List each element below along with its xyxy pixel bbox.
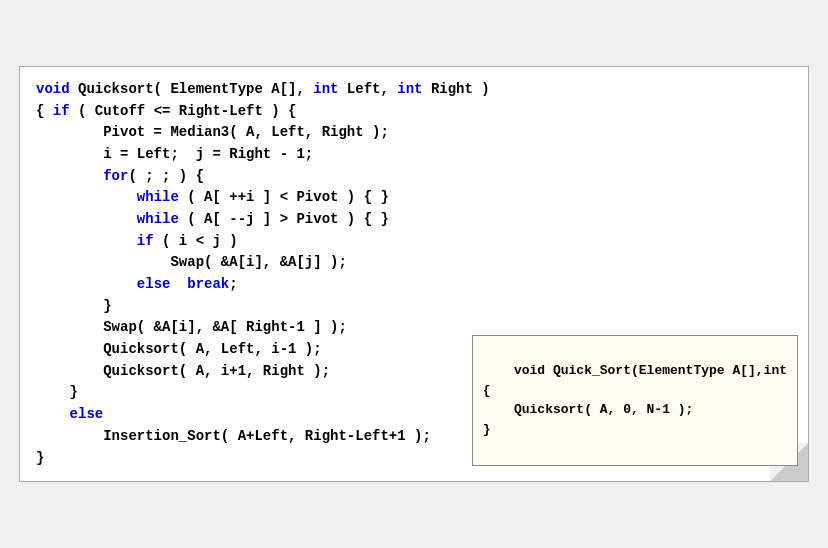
code-text-9: Swap( &A[i], &A[j] ); [36, 254, 347, 270]
kw-if-1: if [53, 103, 70, 119]
code-line-4: i = Left; j = Right - 1; [36, 144, 792, 166]
code-text-1c: Right ) [423, 81, 490, 97]
kw-if-2: if [137, 233, 154, 249]
code-text-11: } [36, 298, 112, 314]
code-text-15: } [36, 384, 78, 400]
tooltip-line4: } [483, 422, 491, 437]
kw-else-2: else [70, 406, 104, 422]
code-text-8b: ( i < j ) [154, 233, 238, 249]
code-text-10b [170, 276, 187, 292]
kw-int-1: int [313, 81, 338, 97]
code-text-4: i = Left; j = Right - 1; [36, 146, 313, 162]
code-line-2: { if ( Cutoff <= Right-Left ) { [36, 101, 792, 123]
code-line-7: while ( A[ --j ] > Pivot ) { } [36, 209, 792, 231]
code-text-6b: ( A[ ++i ] < Pivot ) { } [179, 189, 389, 205]
kw-while-1: while [137, 189, 179, 205]
code-text-2b: ( Cutoff <= Right-Left ) { [70, 103, 297, 119]
tooltip-popup: void Quick_Sort(ElementType A[],int { Qu… [472, 335, 798, 466]
code-text-3: Pivot = Median3( A, Left, Right ); [36, 124, 389, 140]
tooltip-line1: void Quick_Sort(ElementType A[],int [514, 363, 787, 378]
code-text-16a [36, 406, 70, 422]
code-text-8a [36, 233, 137, 249]
code-text-17: Insertion_Sort( A+Left, Right-Left+1 ); [36, 428, 431, 444]
kw-while-2: while [137, 211, 179, 227]
code-text-7a [36, 211, 137, 227]
code-text-5b: ( ; ; ) { [128, 168, 204, 184]
kw-else-1: else [137, 276, 171, 292]
code-text-18: } [36, 450, 44, 466]
code-text-7b: ( A[ --j ] > Pivot ) { } [179, 211, 389, 227]
code-text-1b: Left, [338, 81, 397, 97]
kw-break: break [187, 276, 229, 292]
code-line-1: void Quicksort( ElementType A[], int Lef… [36, 79, 792, 101]
code-line-3: Pivot = Median3( A, Left, Right ); [36, 122, 792, 144]
code-text-14: Quicksort( A, i+1, Right ); [36, 363, 330, 379]
code-line-8: if ( i < j ) [36, 231, 792, 253]
code-text-2a: { [36, 103, 53, 119]
code-container: void Quicksort( ElementType A[], int Lef… [19, 66, 809, 482]
code-text-12: Swap( &A[i], &A[ Right-1 ] ); [36, 319, 347, 335]
code-line-5: for( ; ; ) { [36, 166, 792, 188]
kw-int-2: int [397, 81, 422, 97]
code-text-1a: Quicksort( ElementType A[], [70, 81, 314, 97]
code-text-5a [36, 168, 103, 184]
tooltip-line2: { [483, 383, 491, 398]
code-text-6a [36, 189, 137, 205]
tooltip-line3: Quicksort( A, 0, N-1 ); [483, 402, 694, 417]
kw-for: for [103, 168, 128, 184]
code-text-10c: ; [229, 276, 237, 292]
code-line-6: while ( A[ ++i ] < Pivot ) { } [36, 187, 792, 209]
code-line-9: Swap( &A[i], &A[j] ); [36, 252, 792, 274]
code-line-11: } [36, 296, 792, 318]
code-text-10a [36, 276, 137, 292]
code-line-10: else break; [36, 274, 792, 296]
kw-void-1: void [36, 81, 70, 97]
code-text-13: Quicksort( A, Left, i-1 ); [36, 341, 322, 357]
